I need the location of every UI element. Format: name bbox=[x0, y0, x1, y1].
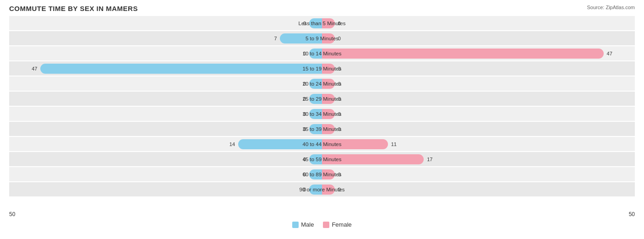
male-value: 0 bbox=[303, 81, 306, 87]
axis-labels: 50 50 bbox=[9, 211, 635, 217]
table-row: 45 to 59 Minutes017 bbox=[9, 152, 635, 166]
male-value: 0 bbox=[303, 21, 306, 26]
female-value: 0 bbox=[338, 81, 341, 87]
table-row: 90 or more Minutes00 bbox=[9, 182, 635, 196]
female-value: 0 bbox=[338, 21, 341, 26]
female-value: 0 bbox=[338, 187, 341, 192]
female-value: 0 bbox=[338, 126, 341, 132]
male-value: 0 bbox=[303, 187, 306, 192]
male-value: 0 bbox=[303, 157, 306, 162]
chart-title: COMMUTE TIME BY SEX IN MAMERS bbox=[9, 5, 635, 12]
female-bar bbox=[322, 185, 335, 195]
table-row: 40 to 44 Minutes1411 bbox=[9, 137, 635, 151]
legend-female: Female bbox=[323, 221, 351, 228]
male-value: 0 bbox=[303, 111, 306, 117]
legend-female-label: Female bbox=[332, 221, 351, 228]
female-value: 0 bbox=[338, 36, 341, 41]
female-value: 0 bbox=[338, 96, 341, 102]
legend-male: Male bbox=[292, 221, 314, 228]
male-bar bbox=[309, 169, 322, 179]
legend-male-label: Male bbox=[301, 221, 314, 228]
axis-right: 50 bbox=[629, 211, 635, 217]
chart-area: Less than 5 Minutes005 to 9 Minutes7010 … bbox=[9, 16, 635, 208]
female-bar bbox=[322, 33, 335, 43]
male-bar bbox=[309, 124, 322, 134]
male-value: 14 bbox=[229, 141, 235, 147]
male-bar bbox=[309, 94, 322, 104]
male-value: 0 bbox=[303, 126, 306, 132]
male-value: 7 bbox=[274, 36, 277, 41]
male-bar bbox=[309, 109, 322, 119]
table-row: 20 to 24 Minutes00 bbox=[9, 76, 635, 91]
female-bar bbox=[322, 64, 335, 74]
male-bar bbox=[238, 139, 322, 149]
legend-female-box bbox=[323, 222, 329, 228]
male-bar bbox=[309, 154, 322, 164]
female-value: 47 bbox=[607, 51, 612, 56]
female-value: 11 bbox=[391, 141, 397, 147]
male-bar bbox=[309, 18, 322, 28]
female-bar bbox=[322, 169, 335, 179]
female-value: 0 bbox=[338, 172, 341, 177]
male-value: 0 bbox=[303, 96, 306, 102]
male-bar bbox=[309, 79, 322, 89]
male-value: 47 bbox=[32, 66, 37, 71]
source-text: Source: ZipAtlas.com bbox=[587, 5, 635, 10]
female-value: 17 bbox=[427, 157, 432, 162]
chart-container: COMMUTE TIME BY SEX IN MAMERS Source: Zi… bbox=[0, 0, 644, 239]
female-bar bbox=[322, 124, 335, 134]
female-bar bbox=[322, 94, 335, 104]
female-bar bbox=[322, 109, 335, 119]
female-value: 0 bbox=[338, 111, 341, 117]
table-row: 15 to 19 Minutes470 bbox=[9, 61, 635, 76]
female-value: 0 bbox=[338, 66, 341, 71]
male-bar bbox=[309, 185, 322, 195]
table-row: 5 to 9 Minutes70 bbox=[9, 31, 635, 45]
female-bar bbox=[322, 139, 388, 149]
legend-male-box bbox=[292, 222, 299, 228]
female-bar bbox=[322, 18, 335, 28]
table-row: 10 to 14 Minutes047 bbox=[9, 46, 635, 60]
male-value: 0 bbox=[303, 172, 306, 177]
female-bar bbox=[322, 79, 335, 89]
table-row: Less than 5 Minutes00 bbox=[9, 16, 635, 30]
legend: Male Female bbox=[9, 221, 635, 228]
female-bar bbox=[322, 154, 424, 164]
table-row: 25 to 29 Minutes00 bbox=[9, 92, 635, 106]
table-row: 30 to 34 Minutes00 bbox=[9, 107, 635, 121]
male-bar bbox=[40, 64, 322, 74]
table-row: 35 to 39 Minutes00 bbox=[9, 122, 635, 136]
table-row: 60 to 89 Minutes00 bbox=[9, 167, 635, 181]
axis-left: 50 bbox=[9, 211, 15, 217]
male-bar bbox=[309, 49, 322, 59]
female-bar bbox=[322, 49, 604, 59]
male-value: 0 bbox=[303, 51, 306, 56]
male-bar bbox=[280, 33, 322, 43]
